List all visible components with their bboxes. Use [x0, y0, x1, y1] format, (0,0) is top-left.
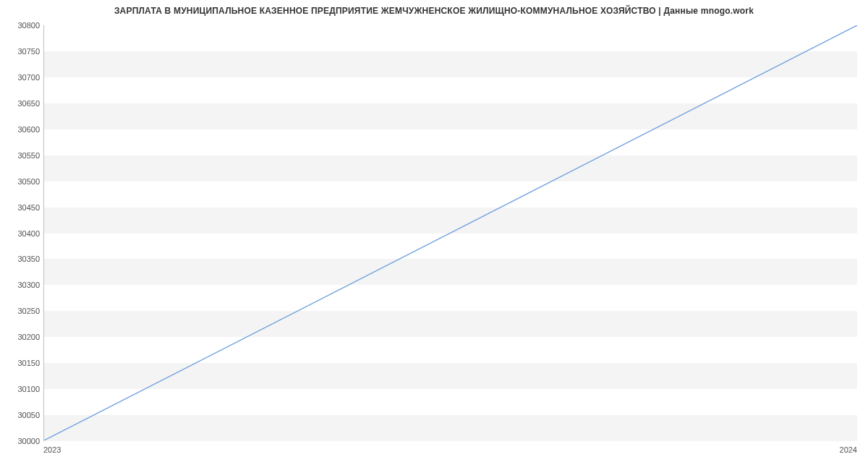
- y-tick-label: 30450: [0, 203, 40, 212]
- y-tick-label: 30350: [0, 255, 40, 263]
- y-tick-label: 30650: [0, 99, 40, 108]
- chart-title: ЗАРПЛАТА В МУНИЦИПАЛЬНОЕ КАЗЕННОЕ ПРЕДПР…: [0, 6, 868, 16]
- y-tick-label: 30600: [0, 125, 40, 134]
- y-tick-label: 30800: [0, 21, 40, 30]
- y-tick-label: 30300: [0, 281, 40, 289]
- line-layer: [44, 25, 857, 440]
- y-tick-label: 30700: [0, 73, 40, 82]
- y-tick-label: 30100: [0, 385, 40, 393]
- plot-area: [43, 25, 857, 441]
- y-tick-label: 30000: [0, 437, 40, 445]
- y-axis-ticks: 3000030050301003015030200302503030030350…: [0, 25, 40, 441]
- chart-container: ЗАРПЛАТА В МУНИЦИПАЛЬНОЕ КАЗЕННОЕ ПРЕДПР…: [0, 0, 868, 470]
- x-tick-label: 2024: [840, 445, 857, 454]
- y-tick-label: 30250: [0, 307, 40, 315]
- y-tick-label: 30500: [0, 177, 40, 186]
- y-tick-label: 30200: [0, 333, 40, 341]
- y-tick-label: 30750: [0, 47, 40, 56]
- x-tick-label: 2023: [43, 445, 61, 454]
- y-tick-label: 30550: [0, 151, 40, 160]
- y-tick-label: 30400: [0, 229, 40, 238]
- series-line: [44, 25, 857, 440]
- y-tick-label: 30050: [0, 411, 40, 419]
- y-tick-label: 30150: [0, 359, 40, 367]
- x-axis-ticks: 20232024: [43, 443, 857, 457]
